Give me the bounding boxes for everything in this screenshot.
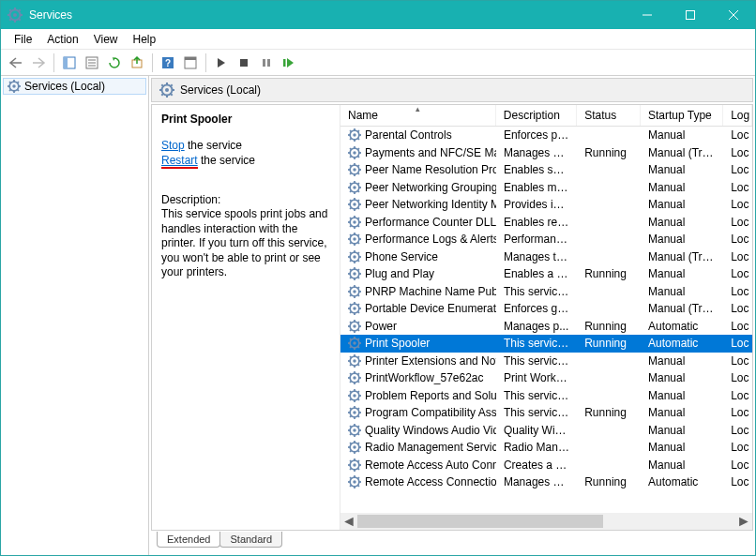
close-button[interactable] (712, 1, 755, 29)
column-headers: Name▴ Description Status Startup Type Lo… (340, 105, 752, 127)
tab-standard[interactable]: Standard (219, 532, 282, 548)
service-startup-type: Manual (Trig... (641, 302, 723, 315)
table-row[interactable]: Quality Windows Audio Vid...Quality Win.… (340, 422, 752, 440)
service-logon: Loc (723, 285, 752, 298)
service-logon: Loc (723, 128, 752, 142)
stop-link[interactable]: Stop (161, 139, 185, 152)
table-row[interactable]: Remote Access Auto Conne...Creates a co.… (340, 457, 752, 474)
service-description: Performanc... (496, 233, 577, 246)
table-row[interactable]: Printer Extensions and Notif...This serv… (340, 353, 752, 370)
service-name: Print Spooler (365, 337, 430, 350)
service-name: Problem Reports and Soluti... (365, 389, 496, 402)
service-status: Running (577, 267, 641, 280)
help-topics-button[interactable] (179, 52, 202, 74)
scroll-right-icon[interactable]: ► (735, 513, 752, 530)
scroll-thumb[interactable] (357, 515, 603, 528)
table-row[interactable]: Portable Device Enumerator...Enforces gr… (340, 300, 752, 318)
table-row[interactable]: Phone ServiceManages th...Manual (Trig..… (340, 248, 752, 266)
svg-rect-15 (64, 57, 68, 68)
refresh-button[interactable] (103, 52, 126, 74)
tab-extended[interactable]: Extended (157, 532, 220, 548)
help-button[interactable]: ? (157, 52, 179, 74)
stop-service-button[interactable] (233, 52, 255, 74)
gear-icon (348, 389, 361, 402)
table-row[interactable]: Peer Networking GroupingEnables mul...Ma… (340, 179, 752, 197)
forward-button[interactable] (27, 52, 50, 74)
table-row[interactable]: Remote Access Connection...Manages di...… (340, 473, 752, 491)
show-hide-tree-button[interactable] (58, 52, 81, 74)
restart-link[interactable]: Restart (161, 154, 198, 167)
service-startup-type: Manual (641, 163, 723, 176)
service-startup-type: Manual (641, 198, 723, 211)
menu-file[interactable]: File (7, 31, 39, 48)
gear-icon (348, 146, 361, 159)
service-startup-type: Manual (641, 406, 723, 419)
service-logon: Loc (723, 354, 752, 368)
table-row[interactable]: Parental ControlsEnforces pa...ManualLoc (340, 127, 752, 144)
title-bar: Services (1, 1, 755, 29)
col-description[interactable]: Description (496, 105, 577, 126)
scroll-left-icon[interactable]: ◄ (340, 513, 357, 530)
service-description: This service ... (496, 354, 577, 368)
menu-view[interactable]: View (86, 31, 126, 48)
export-button[interactable] (126, 52, 148, 74)
table-row[interactable]: Peer Networking Identity M...Provides id… (340, 196, 752, 214)
col-name[interactable]: Name▴ (340, 105, 496, 126)
gear-icon (348, 233, 361, 246)
toolbar: ? (1, 50, 755, 76)
selected-service-name: Print Spooler (161, 113, 330, 126)
service-name: PNRP Machine Name Publi... (365, 285, 496, 298)
pause-service-button[interactable] (255, 52, 278, 74)
list-body[interactable]: Parental ControlsEnforces pa...ManualLoc… (340, 127, 752, 513)
gear-icon (348, 424, 361, 437)
maximize-button[interactable] (669, 1, 712, 29)
table-row[interactable]: Problem Reports and Soluti...This servic… (340, 387, 752, 405)
table-row[interactable]: Peer Name Resolution Prot...Enables serv… (340, 161, 752, 179)
table-row[interactable]: Performance Logs & AlertsPerformanc...Ma… (340, 231, 752, 248)
service-logon: Loc (723, 458, 752, 472)
minimize-button[interactable] (626, 1, 669, 29)
service-startup-type: Manual (641, 267, 723, 280)
service-startup-type: Manual (641, 424, 723, 437)
table-row[interactable]: Radio Management ServiceRadio Mana...Man… (340, 439, 752, 457)
properties-button[interactable] (81, 52, 103, 74)
service-name: Peer Networking Identity M... (365, 198, 496, 211)
gear-icon (348, 128, 361, 142)
service-name: Parental Controls (365, 128, 452, 142)
gear-icon (348, 354, 361, 368)
service-name: Payments and NFC/SE Man... (365, 146, 496, 159)
service-logon: Loc (723, 406, 752, 419)
service-description: Enforces pa... (496, 128, 577, 142)
col-status[interactable]: Status (577, 105, 641, 126)
gear-icon (348, 285, 361, 298)
back-button[interactable] (5, 52, 27, 74)
service-logon: Loc (723, 163, 752, 176)
restart-service-button[interactable] (278, 52, 300, 74)
table-row[interactable]: PrintWorkflow_57e62acPrint Workfl...Manu… (340, 369, 752, 387)
col-logon[interactable]: Log On As (723, 105, 752, 126)
service-name: Remote Access Connection... (365, 475, 496, 488)
service-description: Enforces gr... (496, 302, 577, 315)
table-row[interactable]: PNRP Machine Name Publi...This service .… (340, 283, 752, 301)
horizontal-scrollbar[interactable]: ◄ ► (340, 513, 752, 530)
start-service-button[interactable] (210, 52, 233, 74)
table-row[interactable]: Payments and NFC/SE Man...Manages pa...R… (340, 144, 752, 162)
gear-icon (348, 163, 361, 176)
service-description: Enables a c... (496, 267, 577, 280)
service-logon: Loc (723, 475, 752, 488)
col-startup-type[interactable]: Startup Type (641, 105, 723, 126)
service-startup-type: Manual (641, 389, 723, 402)
table-row[interactable]: Print SpoolerThis service ...RunningAuto… (340, 335, 752, 353)
sort-ascending-icon: ▴ (416, 105, 420, 113)
table-row[interactable]: PowerManages p...RunningAutomaticLoc (340, 318, 752, 336)
tree-item-services-local[interactable]: Services (Local) (3, 78, 146, 95)
service-name: Plug and Play (365, 267, 434, 280)
service-logon: Loc (723, 198, 752, 211)
menu-help[interactable]: Help (126, 31, 164, 48)
svg-rect-26 (263, 59, 265, 67)
table-row[interactable]: Plug and PlayEnables a c...RunningManual… (340, 265, 752, 283)
menu-action[interactable]: Action (39, 31, 85, 48)
table-row[interactable]: Program Compatibility Assi...This servic… (340, 404, 752, 422)
table-row[interactable]: Performance Counter DLL ...Enables rem..… (340, 214, 752, 232)
gear-icon (348, 302, 361, 315)
